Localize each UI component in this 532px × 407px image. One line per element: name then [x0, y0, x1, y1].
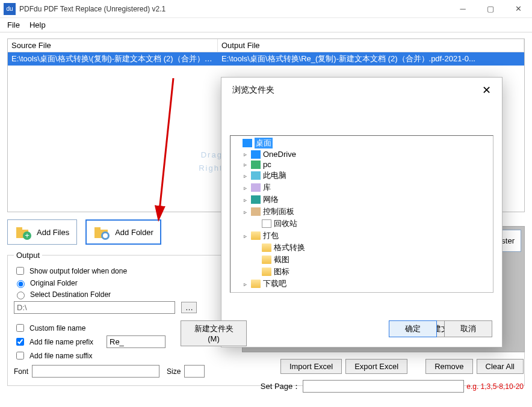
- svg-text:+: +: [25, 231, 29, 240]
- svg-rect-1: [16, 227, 22, 231]
- new-folder-button[interactable]: 新建文件夹(M): [181, 320, 247, 346]
- library-icon: [251, 183, 261, 192]
- dialog-title: 浏览文件夹: [232, 85, 480, 96]
- font-input[interactable]: [32, 365, 159, 378]
- folder-tree[interactable]: 桌面 ▹OneDrive ▹pc ▹此电脑 ▹库 ▹网络 ▹控制面板 回收站 ▹…: [230, 135, 493, 293]
- table-header: Source File Output File: [8, 39, 524, 52]
- select-destination-radio[interactable]: [17, 292, 25, 299]
- svg-rect-5: [94, 227, 101, 231]
- menu-help[interactable]: Help: [25, 19, 51, 31]
- add-files-button[interactable]: + Add Files: [7, 219, 77, 245]
- tree-node-recycle[interactable]: 回收站: [230, 218, 493, 230]
- tree-node-libraries[interactable]: ▹库: [230, 182, 493, 194]
- tree-node-desktop[interactable]: 桌面: [230, 137, 493, 149]
- header-source-file[interactable]: Source File: [8, 39, 218, 52]
- prefix-input[interactable]: [107, 335, 165, 348]
- show-output-folder-checkbox[interactable]: [16, 267, 24, 275]
- control-panel-icon: [251, 207, 261, 216]
- app-logo-icon: du: [4, 3, 16, 15]
- dialog-close-button[interactable]: ✕: [480, 84, 493, 97]
- add-prefix-checkbox[interactable]: [16, 338, 24, 346]
- cell-source: E:\tools\桌面\格式转换\(复制)-新建文本文档 (2)（合并）.pdf…: [8, 52, 218, 66]
- size-label: Size: [167, 367, 181, 376]
- clear-all-button[interactable]: Clear All: [477, 359, 524, 374]
- browse-folder-dialog: 浏览文件夹 ✕ 桌面 ▹OneDrive ▹pc ▹此电脑 ▹库 ▹网络 ▹控制…: [221, 77, 503, 347]
- minimize-button[interactable]: ─: [449, 0, 477, 18]
- tree-node-folder[interactable]: 图标: [230, 266, 493, 278]
- tree-node-this-pc[interactable]: ▹此电脑: [230, 170, 493, 182]
- remove-button[interactable]: Remove: [425, 359, 472, 374]
- add-files-icon: +: [15, 224, 32, 240]
- select-destination-label: Select Destination Folder: [30, 290, 111, 299]
- output-legend: Output: [14, 251, 42, 260]
- show-output-folder-label: Show output folder when done: [29, 267, 127, 275]
- tree-node-folder[interactable]: ▹打包: [230, 230, 493, 242]
- ok-button[interactable]: 确定: [389, 320, 437, 337]
- header-output-file[interactable]: Output File: [218, 39, 524, 52]
- tree-node-folder[interactable]: 格式转换: [230, 242, 493, 254]
- size-input[interactable]: [184, 365, 205, 378]
- user-icon: [251, 161, 261, 169]
- add-folder-icon: [93, 224, 110, 240]
- cloud-icon: [251, 150, 261, 159]
- menubar: File Help: [0, 18, 532, 32]
- tree-node-control-panel[interactable]: ▹控制面板: [230, 206, 493, 218]
- add-prefix-label: Add file name prefix: [29, 338, 103, 346]
- tree-node-folder[interactable]: 截图: [230, 254, 493, 266]
- tree-node-pc-user[interactable]: ▹pc: [230, 159, 493, 170]
- add-folder-button[interactable]: Add Folder: [85, 219, 161, 245]
- close-button[interactable]: ✕: [504, 0, 532, 18]
- cell-output: E:\tools\桌面\格式转换\Re_(复制)-新建文本文档 (2)（合并）.…: [218, 52, 524, 66]
- folder-icon: [251, 280, 261, 288]
- export-excel-button[interactable]: Export Excel: [345, 359, 407, 374]
- desktop-icon: [243, 139, 252, 147]
- set-page-input[interactable]: [303, 380, 464, 393]
- import-excel-button[interactable]: Import Excel: [280, 359, 342, 374]
- maximize-button[interactable]: ▢: [477, 0, 504, 18]
- recycle-bin-icon: [262, 219, 271, 228]
- table-row[interactable]: E:\tools\桌面\格式转换\(复制)-新建文本文档 (2)（合并）.pdf…: [8, 52, 524, 66]
- network-icon: [251, 195, 261, 204]
- set-page-label: Set Page：: [261, 381, 301, 392]
- custom-name-label: Custom file name: [29, 324, 85, 332]
- add-suffix-checkbox[interactable]: [16, 352, 24, 360]
- tree-node-onedrive[interactable]: ▹OneDrive: [230, 149, 493, 159]
- monitor-icon: [251, 171, 261, 180]
- menu-file[interactable]: File: [2, 19, 25, 31]
- add-folder-label: Add Folder: [115, 228, 153, 237]
- browse-destination-button[interactable]: …: [181, 302, 197, 313]
- tree-node-folder[interactable]: ▹下载吧: [230, 278, 493, 290]
- folder-icon: [262, 256, 271, 264]
- window-title: PDFdu PDF Text Replace (Unregistered) v2…: [19, 5, 449, 13]
- tree-node-network[interactable]: ▹网络: [230, 194, 493, 206]
- original-folder-radio[interactable]: [17, 280, 25, 288]
- font-label: Font: [14, 367, 28, 376]
- set-page-hint: e.g. 1,3,5-8,10-20: [466, 382, 524, 391]
- svg-point-7: [103, 233, 108, 238]
- folder-icon: [262, 243, 271, 252]
- folder-icon: [262, 268, 271, 276]
- add-files-label: Add Files: [37, 228, 69, 237]
- add-suffix-label: Add file name suffix: [29, 352, 103, 360]
- folder-icon: [251, 231, 261, 240]
- original-folder-label: Original Folder: [30, 279, 78, 287]
- cancel-button[interactable]: 取消: [444, 320, 492, 337]
- titlebar: du PDFdu PDF Text Replace (Unregistered)…: [0, 0, 532, 18]
- destination-path-input[interactable]: [14, 301, 175, 314]
- custom-name-checkbox[interactable]: [16, 324, 24, 332]
